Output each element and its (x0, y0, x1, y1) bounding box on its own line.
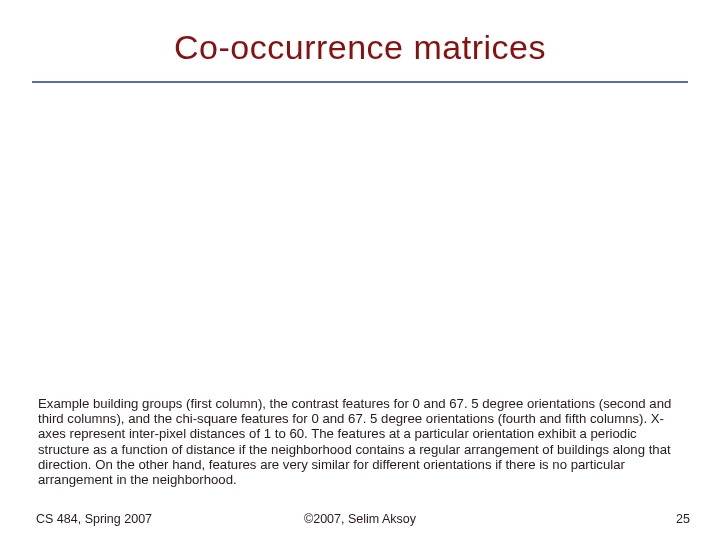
slide-body-text: Example building groups (first column), … (38, 396, 688, 487)
slide: Co-occurrence matrices Example building … (0, 0, 720, 540)
footer-center: ©2007, Selim Aksoy (0, 512, 720, 526)
slide-title: Co-occurrence matrices (0, 0, 720, 67)
title-divider (32, 81, 688, 83)
footer-right: 25 (676, 512, 690, 526)
